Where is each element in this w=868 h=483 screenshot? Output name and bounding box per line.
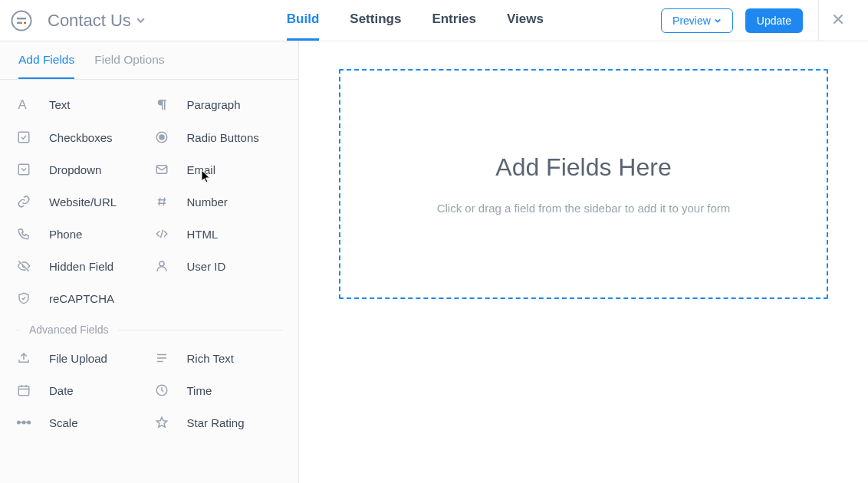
field-phone[interactable]: Phone: [15, 227, 146, 241]
svg-rect-5: [18, 132, 29, 143]
svg-rect-2: [17, 21, 22, 23]
fields-panel: A Text Paragraph Checkboxes Radio Button…: [0, 80, 298, 442]
svg-point-10: [159, 261, 164, 266]
field-paragraph[interactable]: Paragraph: [153, 97, 284, 112]
field-label: Star Rating: [187, 416, 245, 429]
field-label: File Upload: [49, 352, 107, 365]
html-icon: [153, 227, 170, 241]
field-number[interactable]: Number: [153, 195, 284, 209]
sidebar: Add Fields Field Options A Text Paragrap…: [0, 41, 299, 483]
field-label: User ID: [187, 260, 226, 273]
field-star-rating[interactable]: Star Rating: [153, 416, 284, 429]
field-scale[interactable]: Scale: [15, 416, 146, 429]
text-icon: A: [15, 97, 32, 112]
drop-zone-title: Add Fields Here: [495, 153, 671, 182]
field-label: HTML: [187, 228, 219, 241]
field-dropdown[interactable]: Dropdown: [15, 163, 146, 176]
advanced-fields-label: Advanced Fields: [29, 324, 109, 336]
caret-down-icon: [714, 15, 722, 27]
primary-tabs: Build Settings Entries Views: [287, 0, 544, 41]
drop-zone-subtitle: Click or drag a field from the sidebar t…: [437, 202, 731, 215]
field-website-url[interactable]: Website/URL: [15, 195, 146, 209]
checkbox-icon: [15, 130, 32, 144]
field-label: Email: [187, 163, 216, 176]
field-label: Phone: [49, 228, 82, 241]
app-logo-icon: [11, 10, 32, 31]
field-label: Checkboxes: [49, 131, 113, 144]
field-text[interactable]: A Text: [15, 97, 146, 112]
field-label: Number: [187, 196, 228, 209]
drop-zone[interactable]: Add Fields Here Click or drag a field fr…: [339, 69, 828, 299]
form-canvas: Add Fields Here Click or drag a field fr…: [299, 41, 868, 483]
link-icon: [15, 195, 32, 209]
field-hidden[interactable]: Hidden Field: [15, 259, 146, 273]
email-icon: [153, 163, 170, 176]
svg-rect-3: [24, 21, 26, 23]
text-lines-icon: [153, 351, 170, 365]
field-email[interactable]: Email: [153, 163, 284, 176]
sidebar-tab-add-fields[interactable]: Add Fields: [18, 41, 74, 79]
phone-icon: [15, 227, 32, 241]
svg-point-7: [159, 135, 164, 140]
update-button[interactable]: Update: [745, 8, 803, 33]
preview-button[interactable]: Preview: [661, 8, 733, 33]
svg-rect-11: [18, 386, 29, 396]
clock-icon: [153, 383, 170, 397]
tab-build[interactable]: Build: [287, 0, 320, 41]
close-icon: [831, 12, 845, 29]
svg-rect-8: [18, 164, 29, 175]
upload-icon: [15, 351, 32, 365]
calendar-icon: [15, 383, 32, 397]
field-date[interactable]: Date: [15, 383, 146, 397]
form-title: Contact Us: [48, 11, 131, 31]
svg-rect-1: [17, 18, 26, 19]
star-icon: [153, 416, 170, 429]
field-label: Website/URL: [49, 196, 117, 209]
number-icon: [153, 195, 170, 209]
paragraph-icon: [153, 97, 170, 111]
editor-body: Add Fields Field Options A Text Paragrap…: [0, 41, 868, 483]
field-rich-text[interactable]: Rich Text: [153, 351, 284, 365]
field-label: Date: [49, 384, 74, 397]
field-radio-buttons[interactable]: Radio Buttons: [153, 130, 284, 144]
field-file-upload[interactable]: File Upload: [15, 351, 146, 365]
field-user-id[interactable]: User ID: [153, 259, 284, 273]
radio-icon: [153, 130, 170, 144]
field-checkboxes[interactable]: Checkboxes: [15, 130, 146, 144]
field-label: Scale: [49, 416, 78, 429]
advanced-fields-grid: File Upload Rich Text Date Time Scale: [15, 347, 283, 442]
user-icon: [153, 259, 170, 273]
field-label: Dropdown: [49, 163, 101, 176]
field-time[interactable]: Time: [153, 383, 284, 397]
advanced-fields-divider: Advanced Fields: [15, 317, 283, 347]
app-header: Contact Us Build Settings Entries Views …: [0, 0, 868, 41]
field-label: Time: [187, 384, 212, 397]
field-label: Radio Buttons: [187, 131, 259, 144]
field-label: Rich Text: [187, 352, 234, 365]
tab-views[interactable]: Views: [507, 0, 544, 41]
dropdown-icon: [15, 163, 32, 176]
close-button[interactable]: [818, 0, 857, 41]
field-label: Paragraph: [187, 98, 241, 111]
scale-icon: [15, 418, 32, 427]
form-title-dropdown[interactable]: Contact Us: [48, 11, 146, 31]
caret-down-icon: [136, 15, 146, 25]
sidebar-tabs: Add Fields Field Options: [0, 41, 298, 80]
field-recaptcha[interactable]: reCAPTCHA: [15, 291, 146, 305]
hidden-icon: [15, 259, 32, 273]
svg-point-0: [12, 11, 31, 30]
shield-icon: [15, 291, 32, 305]
tab-settings[interactable]: Settings: [350, 0, 401, 41]
field-label: Text: [49, 98, 71, 111]
field-html[interactable]: HTML: [153, 227, 284, 241]
basic-fields-grid: A Text Paragraph Checkboxes Radio Button…: [15, 92, 283, 317]
tab-entries[interactable]: Entries: [432, 0, 476, 41]
svg-text:A: A: [18, 97, 28, 112]
field-label: Hidden Field: [49, 260, 113, 273]
field-label: reCAPTCHA: [49, 292, 114, 305]
sidebar-tab-field-options[interactable]: Field Options: [94, 41, 164, 79]
